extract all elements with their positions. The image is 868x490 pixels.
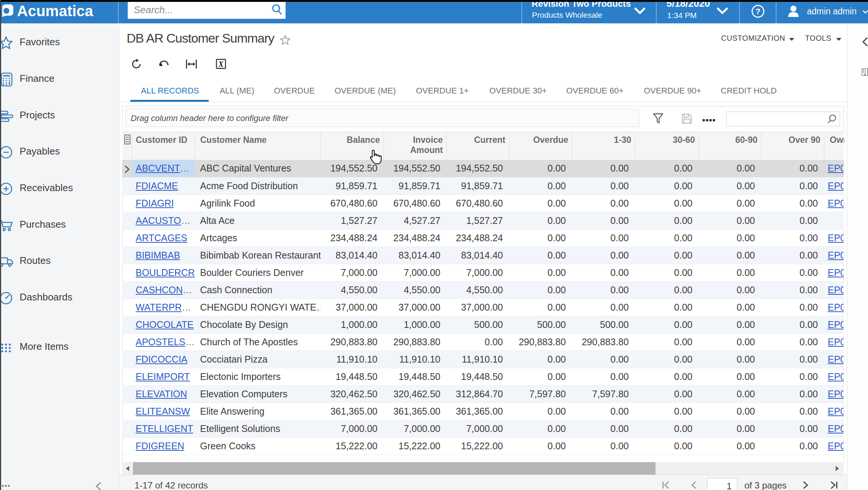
svg-text:X: X (218, 60, 224, 68)
svg-text:?: ? (755, 7, 760, 16)
